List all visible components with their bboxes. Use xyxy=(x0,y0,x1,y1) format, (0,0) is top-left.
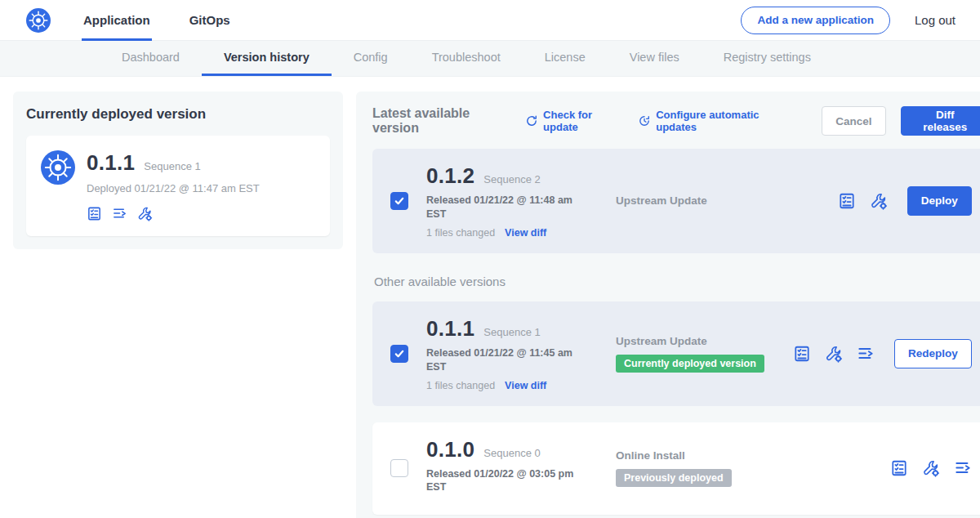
version-source: Upstream Update xyxy=(616,194,775,207)
subnav-item-license[interactable]: License xyxy=(523,41,608,76)
kubernetes-logo-icon xyxy=(26,8,51,33)
version-info: 0.1.0 Sequence 0 Released 01/20/22 @ 03:… xyxy=(426,437,598,501)
app-icon xyxy=(41,150,75,185)
version-sequence: Sequence 2 xyxy=(483,173,540,185)
view-diff-link[interactable]: View diff xyxy=(505,227,546,239)
version-source-label: Upstream Update xyxy=(616,194,775,207)
version-source-label: Online Install xyxy=(616,449,775,462)
files-changed-row: 1 files changed View diff xyxy=(426,227,598,239)
tab-gitops[interactable]: GitOps xyxy=(188,0,232,41)
deploy-button[interactable]: Redeploy xyxy=(894,339,972,368)
check-for-update-label: Check for update xyxy=(543,109,623,133)
app-root: Application GitOps Add a new application… xyxy=(0,0,980,518)
files-changed-label: 1 files changed xyxy=(426,227,495,239)
version-number: 0.1.1 xyxy=(426,316,474,342)
check-for-update-link[interactable]: Check for update xyxy=(525,109,623,133)
version-checkbox[interactable] xyxy=(390,192,408,210)
version-info: 0.1.1 Sequence 1 Released 01/21/22 @ 11:… xyxy=(426,316,598,391)
release-notes-icon[interactable] xyxy=(838,192,856,210)
configure-automatic-updates-link[interactable]: Configure automatic updates xyxy=(638,109,792,133)
version-actions: Redeploy xyxy=(793,339,972,368)
cancel-button[interactable]: Cancel xyxy=(822,106,885,136)
version-released-timestamp: Released 01/20/22 @ 03:05 pm EST xyxy=(426,467,575,495)
view-files-icon[interactable] xyxy=(112,206,127,221)
version-actions xyxy=(890,459,972,477)
files-changed-row: 1 files changed View diff xyxy=(426,380,598,391)
release-notes-icon[interactable] xyxy=(890,459,908,477)
subnav-item-view-files[interactable]: View files xyxy=(608,41,702,76)
refresh-icon xyxy=(525,114,538,127)
version-number: 0.1.0 xyxy=(426,437,474,462)
tab-application[interactable]: Application xyxy=(82,0,152,41)
version-row: 0.1.2 Sequence 2 Released 01/21/22 @ 11:… xyxy=(372,149,980,253)
deployed-version-sequence: Sequence 1 xyxy=(144,160,200,172)
top-navbar: Application GitOps Add a new application… xyxy=(0,0,980,41)
release-notes-icon[interactable] xyxy=(793,345,811,363)
deploy-button[interactable]: Deploy xyxy=(907,186,972,216)
view-diff-link[interactable]: View diff xyxy=(505,380,546,391)
deployed-version-number: 0.1.1 xyxy=(87,150,135,176)
add-new-application-button[interactable]: Add a new application xyxy=(741,7,890,34)
schedule-icon xyxy=(638,114,651,127)
other-versions-title: Other available versions xyxy=(374,275,980,288)
latest-version-list: 0.1.2 Sequence 2 Released 01/21/22 @ 11:… xyxy=(372,149,980,253)
config-icon[interactable] xyxy=(870,192,888,210)
view-files-icon[interactable] xyxy=(954,459,972,477)
other-version-list: 0.1.1 Sequence 1 Released 01/21/22 @ 11:… xyxy=(372,301,980,516)
view-files-icon[interactable] xyxy=(857,345,875,363)
main-content: Currently deployed version xyxy=(0,77,980,518)
version-row: 0.1.0 Sequence 0 Released 01/20/22 @ 03:… xyxy=(372,422,980,516)
version-source: Online Install Previously deployed xyxy=(616,449,775,487)
subnav-item-version-history[interactable]: Version history xyxy=(202,41,332,76)
version-actions: Deploy xyxy=(838,186,972,216)
diff-releases-button[interactable]: Diff releases xyxy=(901,106,980,136)
latest-available-title: Latest available version xyxy=(372,106,510,136)
status-badge: Previously deployed xyxy=(616,469,732,487)
version-checkbox[interactable] xyxy=(390,345,408,363)
release-notes-icon[interactable] xyxy=(87,206,102,221)
version-source-label: Upstream Update xyxy=(616,335,775,347)
config-icon[interactable] xyxy=(922,459,940,477)
version-info: 0.1.2 Sequence 2 Released 01/21/22 @ 11:… xyxy=(426,163,598,239)
version-checkbox[interactable] xyxy=(390,459,408,477)
version-history-panel: Latest available version Check for updat… xyxy=(356,92,980,518)
deployed-version-card: 0.1.1 Sequence 1 Deployed 01/21/22 @ 11:… xyxy=(26,136,330,236)
subnav-item-registry-settings[interactable]: Registry settings xyxy=(702,41,833,76)
currently-deployed-panel: Currently deployed version xyxy=(13,92,343,249)
version-released-timestamp: Released 01/21/22 @ 11:45 am EST xyxy=(426,346,575,374)
status-badge: Currently deployed version xyxy=(616,355,764,373)
navbar-right: Add a new application Log out xyxy=(741,7,956,34)
version-panel-header: Latest available version Check for updat… xyxy=(372,106,980,136)
deployed-timestamp: Deployed 01/21/22 @ 11:47 am EST xyxy=(87,182,260,194)
logout-button[interactable]: Log out xyxy=(915,13,956,27)
subnav-item-dashboard[interactable]: Dashboard xyxy=(100,41,202,76)
subnav-item-troubleshoot[interactable]: Troubleshoot xyxy=(410,41,523,76)
deployed-info: 0.1.1 Sequence 1 Deployed 01/21/22 @ 11:… xyxy=(87,150,260,221)
version-source: Upstream Update Currently deployed versi… xyxy=(616,335,775,373)
config-icon[interactable] xyxy=(825,345,843,363)
configure-automatic-updates-label: Configure automatic updates xyxy=(656,109,792,133)
version-number: 0.1.2 xyxy=(426,163,474,189)
version-released-timestamp: Released 01/21/22 @ 11:48 am EST xyxy=(426,194,575,221)
deployed-panel-title: Currently deployed version xyxy=(26,106,330,123)
deployed-icon-row xyxy=(87,206,260,221)
subnav-item-config[interactable]: Config xyxy=(332,41,410,76)
secondary-nav: DashboardVersion historyConfigTroublesho… xyxy=(0,41,980,77)
version-row: 0.1.1 Sequence 1 Released 01/21/22 @ 11:… xyxy=(372,301,980,406)
version-sequence: Sequence 1 xyxy=(483,326,540,338)
version-sequence: Sequence 0 xyxy=(483,447,540,459)
files-changed-label: 1 files changed xyxy=(426,380,495,391)
primary-tabs: Application GitOps xyxy=(82,0,268,41)
config-icon[interactable] xyxy=(137,206,153,221)
